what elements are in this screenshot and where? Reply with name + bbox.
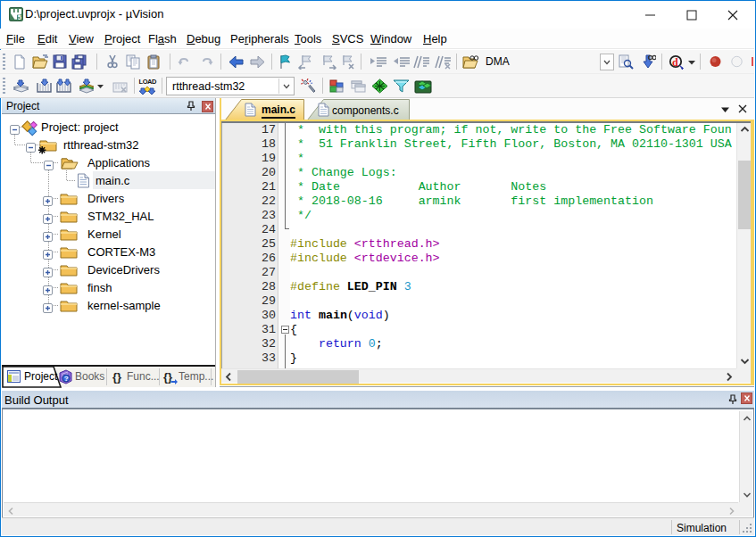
svg-text:d: d <box>672 56 678 69</box>
svg-text:LOAD: LOAD <box>139 78 158 86</box>
svg-text:5: 5 <box>18 13 21 21</box>
svg-text:?: ? <box>64 375 69 383</box>
